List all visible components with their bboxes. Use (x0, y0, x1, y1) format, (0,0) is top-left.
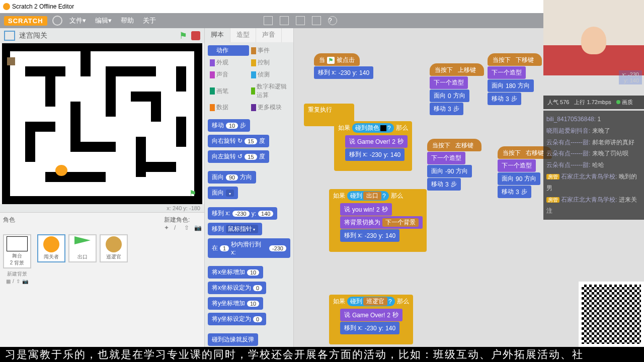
stream-stats-overlay: 人气 576 上行 1.72mbps 画质 (543, 96, 644, 109)
chat-overlay: bili_84170536848: 1 晓雨超爱刷抖音: 来晚了 云朵有点---… (543, 111, 644, 220)
chat-line: 云朵有点------甜: 哈哈 (546, 159, 641, 171)
bg-upload-icon[interactable]: ⇧ (16, 279, 20, 284)
chat-line: 云朵有点------甜: 郝老师讲的真好 (546, 137, 641, 148)
block-turn-right[interactable]: 向右旋转 ↻15度 (208, 135, 269, 147)
block-set-y[interactable]: 将y坐标设定为0 (208, 313, 266, 325)
webcam-overlay (543, 0, 644, 75)
cat-looks[interactable]: 外观 (208, 57, 249, 68)
block-categories: 动作事件 外观控制 声音侦测 画笔数字和逻辑运算 数据更多模块 (205, 42, 293, 117)
tab-scripts[interactable]: 脚本 (205, 28, 230, 42)
app-icon (3, 3, 10, 10)
sprites-label: 角色 (3, 216, 15, 231)
bg-camera-icon[interactable]: 📷 (22, 279, 28, 284)
stack-key-down[interactable]: 当按下下移键 下一个造型 面向180方向 移动3步 (488, 53, 542, 105)
sprite-paint-icon[interactable]: / (174, 224, 181, 231)
stop-icon[interactable] (191, 31, 200, 40)
bg-paint-icon[interactable]: / (13, 279, 14, 284)
grow-icon[interactable] (296, 16, 305, 25)
menu-file[interactable]: 文件▾ (67, 16, 88, 25)
sprite-exit-flag[interactable]: ⚑ (189, 189, 196, 198)
chat-line: 房管石家庄北大青鸟学校: 进来关注 (546, 194, 641, 217)
sprite-thumb-patrol[interactable]: 巡逻官 (100, 234, 128, 262)
block-turn-left[interactable]: 向左旋转 ↺15度 (208, 150, 269, 163)
block-point-towards[interactable]: 面向 (208, 187, 238, 199)
cat-sound[interactable]: 声音 (208, 69, 249, 80)
stack-flag[interactable]: 当⚑被点击 移到 x:-230y:140 (314, 53, 373, 79)
chat-line: 云朵有点------甜: 来晚了罚站呗 (546, 148, 641, 159)
stack-key-up[interactable]: 当按下上移键 下一个造型 面向0方向 移动3步 (430, 63, 484, 115)
bg-lib-icon[interactable]: ▦ (6, 279, 11, 284)
block-change-x[interactable]: 将x坐标增加10 (208, 266, 263, 279)
toolbar: ? (264, 16, 337, 25)
shrink-icon[interactable] (312, 16, 321, 25)
sprite-panel: 角色 新建角色: ✦ / ⇧ 📷 舞台 2 背景 (0, 212, 204, 347)
block-palette: 移动10步 向右旋转 ↻15度 向左旋转 ↺15度 面向90方向 面向 移到 x… (205, 117, 293, 351)
xy-readout-overlay: x: -230y: 140 (619, 70, 642, 84)
block-change-y[interactable]: 将y坐标增加10 (208, 297, 263, 310)
block-palette-pane: 脚本 造型 声音 动作事件 外观控制 声音侦测 画笔数字和逻辑运算 数据更多模块… (204, 28, 294, 347)
sprite-thumb-player[interactable]: 闯关者 (37, 234, 65, 262)
cat-events[interactable]: 事件 (249, 45, 290, 56)
stack-if-color[interactable]: 如果碰到颜色?那么 说Game Over!2秒 移到 x:-230y:140 (334, 121, 412, 171)
window-title: Scratch 2 Offline Editor (12, 3, 74, 10)
block-move-steps[interactable]: 移动10步 (208, 119, 250, 132)
cat-more[interactable]: 更多模块 (249, 102, 290, 113)
sprite-camera-icon[interactable]: 📷 (194, 224, 201, 231)
tab-costumes[interactable]: 造型 (230, 28, 256, 42)
sprite-upload-icon[interactable]: ⇧ (184, 224, 191, 231)
green-flag-icon[interactable]: ⚑ (179, 30, 187, 41)
block-glide[interactable]: 在1秒内滑行到 x:-230 (208, 238, 290, 258)
sprite-enemy[interactable] (7, 57, 15, 65)
help-icon[interactable]: ? (328, 16, 337, 25)
block-bounce[interactable]: 碰到边缘就反弹 (208, 333, 258, 346)
stage-coords: x: 240 y: -180 (0, 204, 204, 212)
block-goto-mouse[interactable]: 移到鼠标指针 (208, 223, 262, 235)
menu-edit[interactable]: 编辑▾ (93, 16, 114, 25)
stage-pane: 迷宫闯关 ⚑ (0, 28, 204, 347)
cat-sensing[interactable]: 侦测 (249, 69, 290, 80)
cat-motion[interactable]: 动作 (208, 45, 249, 56)
subtitle-overlay: 习是寓教于乐的，也就是在学习专业课的同时，学校还会开展各方面的活动，比如：班级互… (0, 347, 644, 362)
cat-control[interactable]: 控制 (249, 57, 290, 68)
block-point-dir[interactable]: 面向90方向 (208, 171, 256, 184)
fullscreen-icon[interactable] (4, 31, 15, 41)
sprite-player[interactable] (55, 165, 67, 176)
menu-help[interactable]: 帮助 (119, 16, 136, 25)
stage-thumbnail[interactable]: 舞台 2 背景 (3, 234, 31, 268)
cut-icon[interactable] (280, 16, 289, 25)
project-title[interactable]: 迷宫闯关 (19, 31, 175, 40)
block-set-x[interactable]: 将x坐标设定为0 (208, 282, 266, 294)
cat-data[interactable]: 数据 (208, 102, 249, 113)
stamp-icon[interactable] (264, 16, 273, 25)
chat-line: 房管石家庄北大青鸟学校: 晚到的男 (546, 171, 641, 194)
chat-line: bili_84170536848: 1 (546, 114, 641, 125)
menu-about[interactable]: 关于 (141, 16, 158, 25)
stack-key-left[interactable]: 当按下左移键 下一个造型 面向-90方向 移动3步 (427, 139, 481, 191)
stage[interactable]: ⚑ (2, 43, 202, 204)
cat-operators[interactable]: 数字和逻辑运算 (249, 81, 290, 101)
cat-pen[interactable]: 画笔 (208, 81, 249, 101)
stack-if-exit[interactable]: 如果碰到 出口?那么 说you win!2秒 将背景切换为下一个背景 移到 x:… (329, 189, 427, 252)
block-goto-xy[interactable]: 移到 x:-230y:140 (208, 207, 277, 220)
tab-sounds[interactable]: 声音 (256, 28, 282, 42)
globe-icon[interactable] (52, 16, 62, 26)
scratch-logo: SCRATCH (4, 16, 47, 26)
stack-if-patrol[interactable]: 如果碰到 巡逻官?那么 说Game Over!2秒 移到 x:-230y:140 (329, 295, 413, 344)
tabs: 脚本 造型 声音 (205, 28, 293, 42)
qr-code-overlay (579, 282, 644, 347)
sprite-lib-icon[interactable]: ✦ (164, 224, 171, 231)
sprite-thumb-exit[interactable]: 出口 (68, 234, 97, 262)
chat-line: 晓雨超爱刷抖音: 来晚了 (546, 125, 641, 137)
maze-backdrop: ⚑ (5, 46, 199, 201)
